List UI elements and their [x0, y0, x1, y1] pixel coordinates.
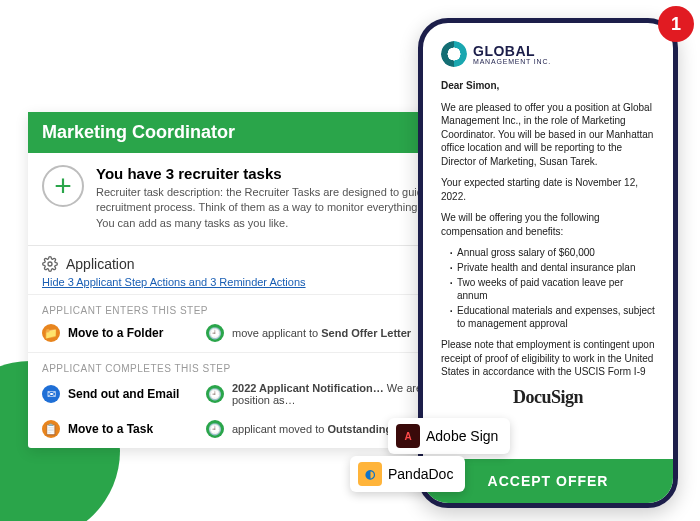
- company-logo: GLOBAL MANAGEMENT INC.: [441, 41, 655, 67]
- logo-text-small: MANAGEMENT INC.: [473, 58, 551, 65]
- action-detail: move applicant to Send Offer Letter: [232, 327, 411, 339]
- integration-adobe-sign[interactable]: A Adobe Sign: [388, 418, 510, 454]
- section-title: Application: [66, 256, 135, 272]
- letter-p3: We will be offering you the following co…: [441, 211, 655, 238]
- integration-label: Adobe Sign: [426, 428, 498, 444]
- adobe-icon: A: [396, 424, 420, 448]
- pandadoc-icon: ◐: [358, 462, 382, 486]
- mail-icon: ✉: [42, 385, 60, 403]
- letter-greeting: Dear Simon,: [441, 79, 655, 93]
- docusign-logo: DocuSign: [441, 387, 655, 408]
- benefits-list: Annual gross salary of $60,000 Private h…: [449, 246, 655, 330]
- action-name: Send out and Email: [68, 387, 198, 401]
- integration-label: PandaDoc: [388, 466, 453, 482]
- offer-letter: GLOBAL MANAGEMENT INC. Dear Simon, We ar…: [423, 23, 673, 459]
- logo-text-big: GLOBAL: [473, 44, 551, 58]
- benefit-item: Two weeks of paid vacation leave per ann…: [449, 276, 655, 302]
- notification-badge[interactable]: 1: [658, 6, 694, 42]
- svg-point-0: [48, 262, 52, 266]
- logo-mark-icon: [441, 41, 467, 67]
- letter-p1: We are pleased to offer you a position a…: [441, 101, 655, 169]
- gear-icon: [42, 256, 58, 272]
- benefit-item: Private health and dental insurance plan: [449, 261, 655, 274]
- benefit-item: Educational materials and expenses, subj…: [449, 304, 655, 330]
- action-name: Move to a Folder: [68, 326, 198, 340]
- letter-p2: Your expected starting date is November …: [441, 176, 655, 203]
- letter-p4: Please note that employment is contingen…: [441, 338, 655, 379]
- integration-pandadoc[interactable]: ◐ PandaDoc: [350, 456, 465, 492]
- action-name: Move to a Task: [68, 422, 198, 436]
- hide-actions-link[interactable]: Hide 3 Applicant Step Actions and 3 Remi…: [42, 276, 306, 288]
- clock-icon: 🕘: [206, 324, 224, 342]
- clock-icon: 🕘: [206, 420, 224, 438]
- folder-icon: 📁: [42, 324, 60, 342]
- clock-icon: 🕘: [206, 385, 224, 403]
- add-task-button[interactable]: +: [42, 165, 84, 207]
- benefit-item: Annual gross salary of $60,000: [449, 246, 655, 259]
- task-icon: 📋: [42, 420, 60, 438]
